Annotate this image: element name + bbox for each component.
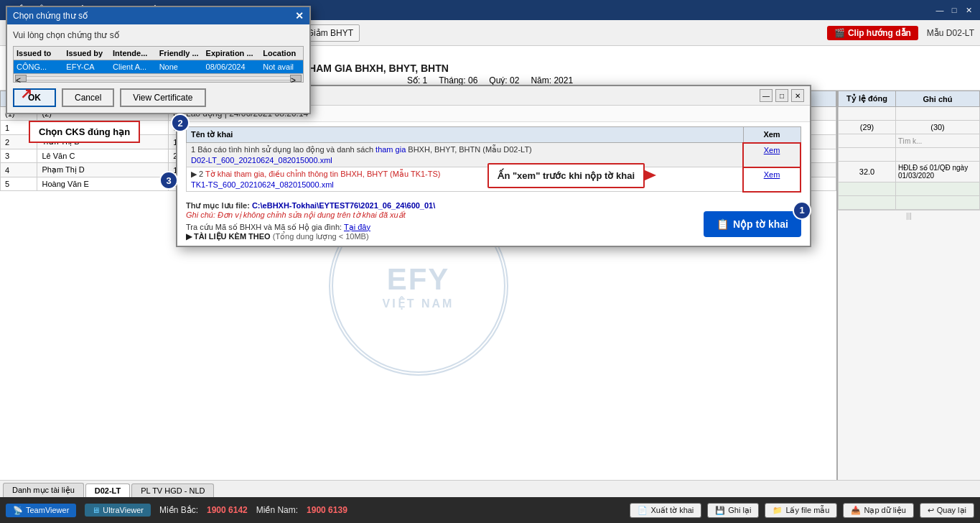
footer-path-value: C:\eBHXH-Tokhai\EYTEST76\2021_06_24\600_… <box>252 201 435 210</box>
footer-path-label: Thư mục lưu file: <box>186 201 250 210</box>
watermark-vn: VIỆT NAM <box>383 297 454 310</box>
nap-label: Nạp dữ liệu <box>864 506 905 515</box>
footer-path-line: Thư mục lưu file: C:\eBHXH-Tokhai\EYTEST… <box>186 201 801 210</box>
cert-row-1-issued-by: EFY-CA <box>63 60 110 74</box>
exp-col-ten: Tên tờ khai <box>187 127 744 143</box>
quay-lai-btn[interactable]: ↩ Quay lại <box>920 503 974 518</box>
teamviewer-btn[interactable]: 📡 TeamViewer <box>6 504 76 517</box>
right-row <box>839 196 980 210</box>
cert-ok-btn[interactable]: OK <box>13 88 56 107</box>
cert-table-wrapper: Issued to Issued by Intende... Friendly … <box>13 46 304 83</box>
anno-press-xem-box: Ấn "xem" trước khi nộp tờ khai <box>487 163 645 188</box>
cert-row-1-expiration: 08/06/2024 <box>203 60 261 74</box>
teamviewer-label: TeamViewer <box>26 506 69 514</box>
cert-row-1-issued-to: CÔNG... <box>14 60 63 74</box>
tab-bar: Danh mục tài liệu D02-LT PL TV HGD - NLD <box>0 480 980 497</box>
mien-nam-label: Miền Nam: <box>256 505 298 515</box>
report-so: Số: 1 <box>407 75 427 85</box>
cert-col-intended: Intende... <box>110 47 157 60</box>
cert-col-expiration: Expiration ... <box>203 47 261 60</box>
clip-huong-dan-btn[interactable]: 🎬 Clip hướng dẫn <box>827 26 918 40</box>
nop-btn-wrapper: 1 📋 Nộp tờ khai <box>704 211 801 237</box>
exp-row-1-label: 1 Báo cáo tình hình sử dụng lao động và … <box>191 145 738 154</box>
nop-area: 1 📋 Nộp tờ khai <box>704 211 801 237</box>
right-row: (29) (30) <box>839 121 980 134</box>
cert-col-friendly: Friendly ... <box>157 47 203 60</box>
xuat-to-khai-btn[interactable]: 📄 Xuất tờ khai <box>630 503 701 518</box>
exp-row-1-file[interactable]: D02-LT_600_20210624_082015000.xml <box>191 156 738 165</box>
maximize-btn[interactable]: □ <box>948 4 960 16</box>
right-row <box>839 107 980 121</box>
cert-col-issued-by: Issued by <box>63 47 110 60</box>
nap-icon: 📥 <box>851 506 861 515</box>
lay-file-label: Lấy file mẫu <box>785 506 829 515</box>
nop-label: Nộp tờ khai <box>733 218 788 230</box>
ghi-lai-icon: 💾 <box>715 506 725 515</box>
anno-arrow-right <box>643 170 656 181</box>
cert-prompt: Vui lòng chọn chứng thư số <box>13 30 304 40</box>
scroll-track <box>27 76 290 80</box>
ghi-lai-label: Ghi lại <box>728 506 751 515</box>
cert-scrollbar[interactable]: < > <box>14 73 303 82</box>
footer-lookup-link[interactable]: Tại đây <box>344 223 370 231</box>
ghi-lai-btn[interactable]: 💾 Ghi lại <box>707 503 759 518</box>
clip-icon: 🎬 <box>834 28 845 38</box>
right-row <box>839 148 980 162</box>
minimize-btn[interactable]: — <box>934 4 946 16</box>
report-quy: Quý: 02 <box>489 75 519 85</box>
right-row: 32.0 HĐLĐ số 01/QĐ ngày 01/03/2020 <box>839 162 980 182</box>
exp-row-2-link[interactable]: Tờ khai tham gia, điều chỉnh thông tin B… <box>205 170 440 178</box>
tab-pl-tv[interactable]: PL TV HGD - NLD <box>131 483 214 497</box>
footer-attach-note: (Tổng dung lượng < 10MB) <box>273 232 369 241</box>
tab-danh-muc[interactable]: Danh mục tài liệu <box>3 483 84 497</box>
popup-close-btn[interactable]: ✕ <box>791 89 804 102</box>
right-row <box>839 182 980 196</box>
giam-bhyt-label: Giảm BHYT <box>307 28 353 38</box>
teamviewer-icon: 📡 <box>13 506 23 515</box>
cert-dialog: Chọn chứng thư số ✕ Vui lòng chọn chứng … <box>6 6 311 114</box>
cert-row-1[interactable]: CÔNG... EFY-CA Client A... None 08/06/20… <box>14 60 303 74</box>
quay-lai-label: Quay lại <box>937 506 966 515</box>
report-nam: Năm: 2021 <box>531 75 573 85</box>
popup-controls: — □ ✕ <box>760 89 804 102</box>
lay-file-icon: 📁 <box>773 506 783 515</box>
xem-btn-2[interactable]: Xem <box>764 170 780 179</box>
status-left: 📡 TeamViewer 🖥 UltraViewer Miền Bắc: 190… <box>6 504 347 517</box>
watermark-efy: EFY <box>387 262 450 297</box>
title-bar-controls: — □ ✕ <box>934 4 974 16</box>
scroll-right-btn[interactable]: > <box>290 75 302 82</box>
cert-table: Issued to Issued by Intende... Friendly … <box>14 47 303 73</box>
scroll-left-btn[interactable]: < <box>15 75 27 82</box>
exp-row-2-file[interactable]: TK1-TS_600_20210624_082015000.xml <box>191 180 738 189</box>
right-row: Tìm k... <box>839 134 980 148</box>
cert-view-cert-btn[interactable]: View Certificate <box>120 88 205 107</box>
ultraviewer-icon: 🖥 <box>92 506 100 514</box>
xem-btn-1[interactable]: Xem <box>764 146 780 154</box>
mien-bac-phone: 1900 6142 <box>207 505 248 515</box>
footer-lookup-label: Tra cứu Mã số BHXH và Mã số Hộ gia đình: <box>186 223 342 231</box>
cert-dialog-body: Vui lòng chọn chứng thư số Issued to Iss… <box>7 24 309 113</box>
close-app-btn[interactable]: ✕ <box>963 4 974 16</box>
lay-file-mau-btn[interactable]: 📁 Lấy file mẫu <box>765 503 837 518</box>
quay-lai-icon: ↩ <box>928 506 934 515</box>
cert-dialog-close-btn[interactable]: ✕ <box>295 10 304 22</box>
ty-le-header: Tỷ lệ đóng <box>839 91 896 107</box>
cert-cancel-btn[interactable]: Cancel <box>62 88 114 107</box>
report-thang: Tháng: 06 <box>439 75 477 85</box>
exp-tham-gia-link[interactable]: tham gia <box>375 145 406 154</box>
cert-dialog-title: Chọn chứng thư số ✕ <box>7 7 309 24</box>
app-window: PHẦN CÔNG NGHỆ TIN HỌC EFY VIỆT NAM (TES… <box>0 0 980 523</box>
popup-maximize-btn[interactable]: □ <box>775 89 788 102</box>
tab-d02lt[interactable]: D02-LT <box>85 483 130 497</box>
clip-label: Clip hướng dẫn <box>848 28 911 38</box>
anno-cks-box: Chọn CKS đúng hạn <box>29 121 140 143</box>
anno-circle-1: 1 <box>793 201 811 220</box>
mien-nam-phone: 1900 6139 <box>307 505 347 515</box>
scrollbar-indicator: ||| <box>838 210 980 221</box>
ultraviewer-btn[interactable]: 🖥 UltraViewer <box>85 504 151 517</box>
right-columns: Tỷ lệ đóng Ghi chú (29) (30) Tìm k... <box>836 91 980 480</box>
cert-col-location: Location <box>260 47 303 60</box>
nop-to-khai-btn[interactable]: 📋 Nộp tờ khai <box>704 211 801 237</box>
popup-minimize-btn[interactable]: — <box>760 89 773 102</box>
nap-du-lieu-btn[interactable]: 📥 Nạp dữ liệu <box>843 503 913 518</box>
